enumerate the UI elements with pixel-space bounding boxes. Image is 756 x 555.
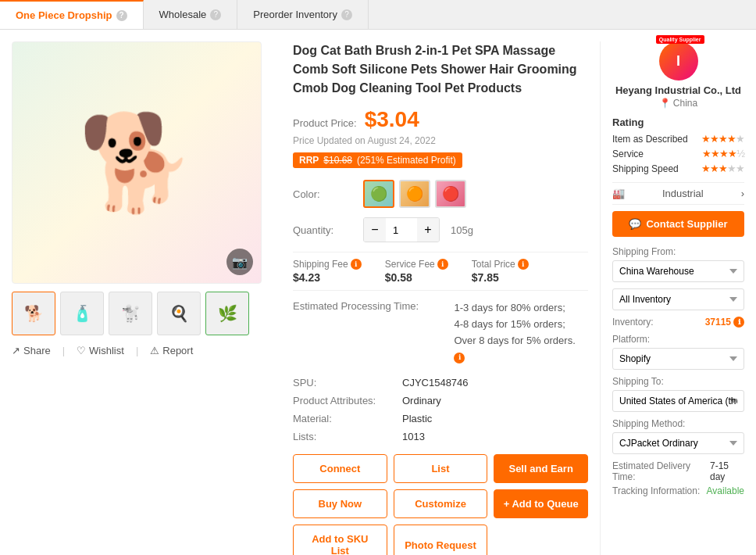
location-icon: 📍	[659, 98, 671, 109]
thumbnail-item[interactable]: 🍳	[157, 292, 201, 335]
list-button[interactable]: List	[394, 454, 488, 483]
processing-value: 1-3 days for 80% orders; 4-8 days for 15…	[454, 300, 588, 365]
tracking-label: Tracking Information:	[612, 485, 700, 496]
tracking-value: Available	[707, 485, 744, 496]
material-label: Material:	[293, 413, 402, 424]
material-row: Material: Plastic	[293, 413, 588, 424]
tab-dropship-label: One Piece Dropship	[16, 9, 112, 21]
rrp-badge: RRP $10.68 (251% Estimated Profit)	[293, 152, 462, 168]
report-button[interactable]: ⚠ Report	[150, 345, 193, 356]
share-icon: ↗	[12, 345, 20, 356]
color-swatch-green[interactable]: 🟢	[363, 180, 394, 208]
photo-request-button[interactable]: Photo Request	[394, 525, 488, 555]
processing-info-icon[interactable]: ℹ	[454, 353, 465, 363]
quantity-stepper: − +	[363, 217, 440, 242]
shipping-method-select[interactable]: CJPacket Ordinary CJPacket Express ePack…	[612, 432, 744, 454]
shipping-fee-info-icon[interactable]: ℹ	[351, 259, 362, 270]
shipping-from-select[interactable]: China Warehouse US Warehouse EU Warehous…	[612, 260, 744, 282]
camera-icon[interactable]: 📷	[226, 249, 253, 275]
processing-label: Estimated Processing Time:	[293, 300, 448, 312]
thumbnail-item[interactable]: 🧴	[60, 292, 104, 335]
industry-icon: 🏭	[612, 188, 625, 199]
industry-row[interactable]: 🏭 Industrial ›	[612, 182, 744, 205]
rating-item-described: Item as Described ★★★★★	[612, 133, 744, 145]
thumbnail-list: 🐕 🧴 🐩 🍳 🌿	[12, 292, 277, 335]
processing-time-row: Estimated Processing Time: 1-3 days for …	[293, 300, 588, 365]
lists-label: Lists:	[293, 431, 402, 442]
thumbnail-item[interactable]: 🌿	[205, 292, 249, 335]
contact-supplier-button[interactable]: 💬 Contact Supplier	[612, 211, 744, 237]
supplier-name: Heyang Industrial Co., Ltd	[612, 84, 744, 96]
rating-item-shipping: Shipping Speed ★★★★★	[612, 163, 744, 174]
quantity-input[interactable]	[386, 218, 417, 242]
service-fee-value: $0.58	[385, 271, 448, 284]
lists-row: Lists: 1013	[293, 431, 588, 442]
tab-dropship-help-icon[interactable]: ?	[116, 10, 127, 21]
add-queue-button[interactable]: + Add to Queue	[494, 489, 588, 518]
service-fee-info-icon[interactable]: ℹ	[437, 259, 448, 270]
chevron-right-icon: ›	[741, 188, 744, 199]
total-price-item: Total Price ℹ $7.85	[472, 259, 529, 284]
spu-value: CJYC1548746	[402, 377, 469, 388]
sell-earn-button[interactable]: Sell and Earn	[494, 454, 588, 483]
color-swatches: 🟢 🟠 🔴	[363, 180, 466, 208]
wishlist-button[interactable]: ♡ Wishlist	[77, 345, 124, 356]
rrp-profit: (251% Estimated Profit)	[357, 155, 456, 166]
share-button[interactable]: ↗ Share	[12, 345, 51, 356]
main-content: 🐕 📷 🐕 🧴 🐩 🍳 🌿 ↗ Share | ♡ Wishlist | ⚠ R…	[0, 30, 756, 555]
platform-label: Platform:	[612, 334, 744, 345]
supplier-badge: I Quality Supplier Heyang Industrial Co.…	[612, 41, 744, 109]
main-image-placeholder: 🐕	[78, 108, 195, 218]
customize-button[interactable]: Customize	[394, 489, 488, 518]
tab-wholesale[interactable]: Wholesale ?	[144, 0, 238, 29]
separator: |	[136, 345, 138, 356]
rrp-label: RRP	[299, 155, 319, 166]
supplier-badge-icon: I Quality Supplier	[659, 41, 698, 81]
inventory-info-icon[interactable]: ℹ	[733, 317, 744, 328]
quantity-decrease-button[interactable]: −	[364, 218, 386, 242]
shipping-fee-value: $4.23	[293, 271, 362, 284]
separator: |	[62, 345, 65, 356]
tab-dropship[interactable]: One Piece Dropship ?	[0, 0, 144, 29]
inventory-type-select[interactable]: All Inventory In Stock Only	[612, 288, 744, 310]
add-sku-button[interactable]: Add to SKU List	[293, 525, 387, 555]
color-row: Color: 🟢 🟠 🔴	[293, 180, 588, 208]
report-label: Report	[162, 345, 193, 356]
processing-line-2: 4-8 days for 15% orders;	[454, 317, 588, 333]
attributes-row: Product Attributes: Ordinary	[293, 395, 588, 406]
tab-preorder[interactable]: Preorder Inventory ?	[237, 0, 369, 29]
connect-button[interactable]: Connect	[293, 454, 387, 483]
shipping-to-select[interactable]: United States of America (the) United Ki…	[612, 390, 744, 412]
shipping-fee-item: Shipping Fee ℹ $4.23	[293, 259, 362, 284]
industry-label: Industrial	[662, 188, 704, 199]
processing-line-1: 1-3 days for 80% orders;	[454, 300, 588, 317]
thumbnail-item[interactable]: 🐕	[12, 292, 55, 335]
tabs-bar: One Piece Dropship ? Wholesale ? Preorde…	[0, 0, 756, 30]
report-icon: ⚠	[150, 345, 159, 356]
spu-label: SPU:	[293, 377, 402, 388]
thumbnail-item[interactable]: 🐩	[109, 292, 152, 335]
product-actions: ↗ Share | ♡ Wishlist | ⚠ Report	[12, 345, 277, 356]
stars-service: ★★★★½	[702, 148, 744, 159]
share-label: Share	[23, 345, 51, 356]
total-price-info-icon[interactable]: ℹ	[518, 259, 529, 270]
quantity-increase-button[interactable]: +	[417, 218, 439, 242]
color-swatch-pink[interactable]: 🔴	[435, 180, 466, 208]
color-swatch-orange[interactable]: 🟠	[399, 180, 430, 208]
rating-section: Rating Item as Described ★★★★★ Service ★…	[612, 116, 744, 174]
contact-icon: 💬	[629, 218, 641, 230]
rrp-price: $10.68	[323, 155, 352, 166]
buy-now-button[interactable]: Buy Now	[293, 489, 387, 518]
stars-described: ★★★★★	[701, 133, 744, 145]
product-details: Dog Cat Bath Brush 2-in-1 Pet SPA Massag…	[293, 41, 600, 555]
price-label: Product Price:	[293, 117, 357, 129]
inventory-count: 37115 ℹ	[705, 317, 744, 328]
tab-wholesale-help-icon[interactable]: ?	[210, 9, 221, 20]
platform-select[interactable]: Shopify WooCommerce Etsy	[612, 348, 744, 370]
supplier-panel: I Quality Supplier Heyang Industrial Co.…	[600, 41, 744, 555]
price-section: Product Price: $3.04	[293, 107, 588, 132]
tab-preorder-help-icon[interactable]: ?	[341, 9, 352, 20]
supplier-location: 📍 China	[612, 98, 744, 109]
fees-row: Shipping Fee ℹ $4.23 Service Fee ℹ $0.58…	[293, 252, 588, 291]
processing-line-3: Over 8 days for 5% orders. ℹ	[454, 333, 588, 366]
